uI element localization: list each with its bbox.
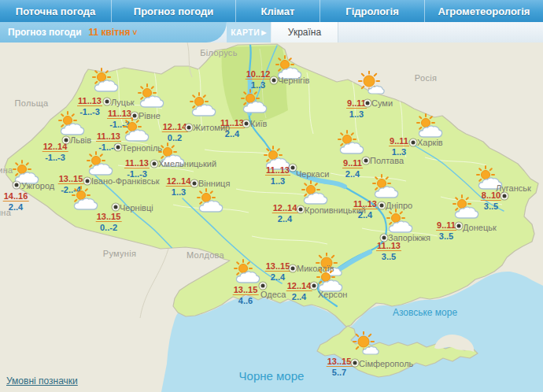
temperature-label: 9..113..5 bbox=[436, 220, 456, 241]
temperature-label: 13..152..4 bbox=[265, 261, 291, 282]
temperature-label: 12..142..4 bbox=[272, 203, 298, 224]
city-dot[interactable] bbox=[245, 122, 249, 126]
city-dot[interactable] bbox=[187, 126, 191, 130]
day-temp: 11..13 bbox=[265, 165, 290, 176]
city-dot[interactable] bbox=[353, 361, 357, 365]
tab-maps[interactable]: КАРТИ ▶ bbox=[227, 22, 271, 43]
city-name[interactable]: Луцьк bbox=[111, 98, 135, 107]
city-dot[interactable] bbox=[133, 114, 137, 118]
city-name[interactable]: Сімферополь bbox=[359, 359, 413, 368]
city-name[interactable]: Черкаси bbox=[296, 169, 329, 179]
city-dot[interactable] bbox=[193, 182, 197, 186]
city-name[interactable]: Чернівці bbox=[120, 203, 153, 213]
temperature-label: 13..155..7 bbox=[327, 357, 353, 377]
day-temp: 9..11 bbox=[389, 136, 409, 146]
tab-ukraine[interactable]: Україна bbox=[271, 22, 338, 43]
city-name[interactable]: Хмельницький bbox=[158, 159, 216, 168]
legend-link[interactable]: Умовні позначки bbox=[6, 375, 78, 386]
day-temp: 9..11 bbox=[342, 158, 363, 168]
city-name[interactable]: Рівне bbox=[139, 111, 161, 120]
city-name[interactable]: Київ bbox=[250, 119, 267, 128]
city-name[interactable]: Дніпро bbox=[386, 201, 412, 210]
day-temp: 11..13 bbox=[124, 158, 150, 168]
day-temp: 12..14 bbox=[166, 176, 192, 187]
city-dot[interactable] bbox=[364, 159, 368, 163]
nav-tab[interactable]: Прогноз погоди bbox=[112, 0, 236, 22]
city-name[interactable]: Суми bbox=[371, 98, 393, 108]
city-name[interactable]: Чернігів bbox=[278, 76, 309, 85]
forecast-section-label: Прогноз погоди bbox=[8, 27, 82, 38]
forecast-section-tab[interactable]: Прогноз погоди 11 квітня ˅ bbox=[0, 22, 227, 43]
night-temp: 3..5 bbox=[481, 201, 501, 211]
city-name[interactable]: Ужгород bbox=[21, 181, 54, 190]
city-dot[interactable] bbox=[299, 208, 303, 212]
temperature-label: 13..15-2..-4 bbox=[58, 174, 84, 194]
city-dot[interactable] bbox=[153, 162, 157, 166]
night-temp: 1..3 bbox=[265, 176, 290, 186]
city-name[interactable]: Вінниця bbox=[198, 179, 230, 188]
nav-tab[interactable]: Поточна погода bbox=[0, 0, 112, 22]
nav-tab[interactable]: Агрометеорологія bbox=[425, 0, 543, 22]
city-dot[interactable] bbox=[86, 179, 90, 183]
city-name[interactable]: Луганськ bbox=[496, 183, 531, 193]
city-name[interactable]: Харків bbox=[417, 138, 443, 147]
city-dot[interactable] bbox=[291, 166, 295, 170]
temperature-label: 11..13-1..-3 bbox=[107, 109, 132, 129]
city-name[interactable]: Тернопіль bbox=[122, 143, 162, 153]
nav-tab[interactable]: Гідрологія bbox=[320, 0, 425, 22]
city-dot[interactable] bbox=[105, 100, 109, 104]
temperature-label: 13..154..6 bbox=[233, 285, 259, 305]
date-dropdown[interactable]: 11 квітня ˅ bbox=[89, 27, 138, 38]
arrow-right-icon: ▶ bbox=[261, 29, 267, 36]
city-dot[interactable] bbox=[114, 205, 118, 209]
temperature-label: 8..103..5 bbox=[481, 190, 501, 211]
day-temp: 14..16 bbox=[3, 191, 29, 202]
country-label: Словаччина bbox=[0, 165, 13, 175]
city-dot[interactable] bbox=[380, 204, 384, 208]
night-temp: -1..-3 bbox=[107, 119, 132, 129]
city-dot[interactable] bbox=[272, 79, 276, 83]
day-temp: 10..12 bbox=[246, 69, 272, 80]
city-name[interactable]: Івано-Франківськ bbox=[91, 176, 159, 186]
city-dot[interactable] bbox=[65, 139, 68, 142]
night-temp: 4..6 bbox=[233, 295, 259, 305]
city-name[interactable]: Одеса bbox=[260, 290, 286, 299]
day-temp: 12..14 bbox=[42, 142, 68, 152]
day-temp: 11..13 bbox=[96, 131, 121, 142]
city-name[interactable]: Миколаїв bbox=[297, 264, 334, 273]
temperature-label: 13..150..-2 bbox=[96, 212, 122, 232]
night-temp: 5..7 bbox=[327, 367, 353, 377]
city-dot[interactable] bbox=[116, 146, 120, 150]
night-temp: 2..4 bbox=[272, 213, 298, 224]
country-label: Румунія bbox=[103, 249, 136, 258]
city-name[interactable]: Полтава bbox=[370, 156, 404, 165]
sea-label: Чорне море bbox=[239, 369, 305, 383]
city-name[interactable]: Житомир bbox=[193, 123, 230, 132]
city-name[interactable]: Запоріжжя bbox=[388, 233, 430, 242]
day-temp: 11..13 bbox=[77, 96, 102, 106]
city-name[interactable]: Херсон bbox=[318, 290, 347, 299]
night-temp: -2..-4 bbox=[58, 184, 84, 194]
city-dot[interactable] bbox=[261, 284, 265, 288]
city-dot[interactable] bbox=[382, 236, 386, 240]
country-label: Білорусь bbox=[200, 48, 237, 57]
city-dot[interactable] bbox=[412, 141, 416, 145]
city-dot[interactable] bbox=[503, 194, 507, 198]
city-dot[interactable] bbox=[15, 183, 19, 187]
city-dot[interactable] bbox=[366, 102, 370, 105]
city-name[interactable]: Донецьк bbox=[463, 223, 497, 232]
subnav: Прогноз погоди 11 квітня ˅ КАРТИ ▶ Украї… bbox=[0, 22, 543, 43]
city-dot[interactable] bbox=[457, 224, 461, 228]
night-temp: 2..4 bbox=[286, 291, 312, 301]
day-temp: 9..11 bbox=[436, 220, 456, 231]
city-dot[interactable] bbox=[312, 284, 316, 288]
country-label: Молдова bbox=[187, 250, 224, 260]
main-nav: Поточна погодаПрогноз погодиКліматГідрол… bbox=[0, 0, 543, 22]
night-temp: 1..3 bbox=[166, 187, 192, 197]
temperature-label: 9..111..3 bbox=[346, 98, 367, 119]
city-dot[interactable] bbox=[291, 267, 295, 271]
city-name[interactable]: Львів bbox=[70, 135, 91, 145]
nav-tab[interactable]: Клімат bbox=[236, 0, 320, 22]
night-temp: -1..-3 bbox=[77, 106, 102, 116]
night-temp: -1..-3 bbox=[42, 152, 68, 162]
